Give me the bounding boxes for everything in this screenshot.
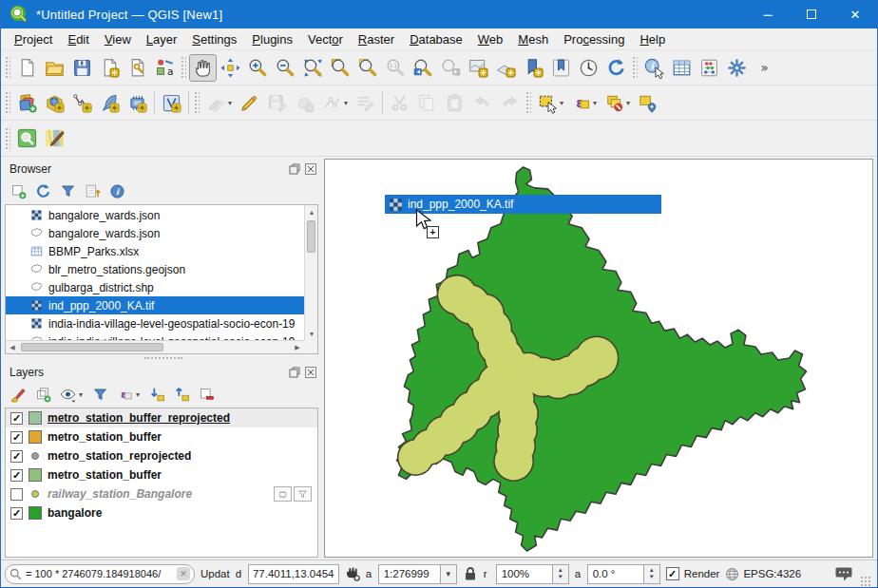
magnifier-input[interactable]: 100% [496,564,553,584]
filter-badge-icon[interactable] [294,486,312,502]
new-shapefile-layer-icon[interactable] [68,89,96,117]
toolbar-drag-handle[interactable] [632,56,638,79]
browser-item[interactable]: india-india-village-level-geospatial-soc… [6,314,304,332]
add-group-icon[interactable] [31,384,54,407]
browser-item[interactable]: blr_metro_stations.geojson [6,260,304,278]
rotation-spinner[interactable]: ▲▼ [644,564,660,584]
add-selected-layer-icon[interactable] [7,180,29,203]
layer-row[interactable]: ✓metro_station_reprojected [6,446,317,465]
locator-bar[interactable]: = 100 * 2746079.184918046/ ✕ [5,564,195,584]
layer-row[interactable]: ✓bangalore [6,503,317,522]
toolbar-drag-handle[interactable] [5,91,10,114]
menu-project[interactable]: Project [7,30,60,48]
layer-checkbox[interactable]: ✓ [10,469,23,482]
layer-row[interactable]: ✓metro_station_buffer [6,427,317,446]
menu-raster[interactable]: Raster [351,30,402,48]
minimize-button[interactable]: ─ [746,0,790,28]
refresh-map-icon[interactable] [602,54,630,82]
menu-web[interactable]: Web [470,30,511,48]
browser-vscrollbar[interactable]: ▲ ▼ [304,205,317,340]
layer-row[interactable]: railway_station_Bangalore [6,484,317,503]
manage-visibility-dropdown-icon[interactable]: ▾ [79,390,86,399]
extents-toggle-icon[interactable] [345,566,360,581]
scale-input[interactable]: 1:276999 [378,564,441,584]
statistical-summary-icon[interactable] [696,54,723,82]
lock-scale-icon[interactable] [463,566,478,581]
messages-icon[interactable] [835,566,852,581]
layer-checkbox[interactable]: ✓ [10,450,23,463]
browser-item[interactable]: ind_ppp_2000_KA.tif [6,296,304,314]
clear-locator-icon[interactable]: ✕ [177,567,190,580]
vscroll-thumb[interactable] [307,220,315,253]
scroll-down-icon[interactable]: ▼ [305,327,318,340]
toggle-editing-icon[interactable] [236,89,263,117]
data-source-manager-icon[interactable] [13,89,41,117]
select-by-expression-icon[interactable]: ε [567,89,595,117]
refresh-browser-icon[interactable] [31,180,54,203]
new-virtual-layer-icon[interactable] [158,89,185,117]
browser-item[interactable]: india-india-village-level-geospatial-soc… [6,332,304,340]
crs-button[interactable]: EPSG:4326 [725,567,801,581]
new-print-layout-icon[interactable] [96,54,124,82]
menu-plugins[interactable]: Plugins [244,30,300,48]
pan-map-icon[interactable] [189,54,217,82]
browser-item[interactable]: bangalore_wards.json [6,206,304,224]
new-project-icon[interactable] [13,54,41,82]
zoom-to-layer-icon[interactable] [354,54,382,82]
toolbar-drag-handle[interactable] [5,56,10,79]
rotation-input[interactable]: 0.0 ° [587,564,644,584]
collapse-all-layers-icon[interactable] [170,384,193,407]
browser-properties-icon[interactable]: i [105,180,128,203]
memory-badge-icon[interactable] [274,486,292,502]
menu-view[interactable]: View [97,30,139,48]
select-by-value-icon[interactable] [634,89,661,117]
browser-item[interactable]: BBMP_Parks.xlsx [6,242,304,260]
hscroll-thumb[interactable] [21,343,163,351]
map-canvas[interactable]: ind_ppp_2000_KA.tif + [324,159,873,558]
new-3d-map-view-icon[interactable] [492,54,520,82]
magnifier-spinner[interactable]: ▲▼ [553,564,569,584]
open-project-icon[interactable] [41,54,68,82]
zoom-last-icon[interactable] [410,54,437,82]
menu-processing[interactable]: Processing [556,30,632,48]
layer-row[interactable]: ✓metro_station_buffer_reprojected [6,408,317,427]
filter-browser-icon[interactable] [56,180,79,203]
menu-edit[interactable]: Edit [60,30,96,48]
render-checkbox[interactable]: ✓ Render [666,567,720,580]
collapse-all-icon[interactable] [81,180,104,203]
zoom-in-icon[interactable] [244,54,272,82]
menu-help[interactable]: Help [632,30,673,48]
scale-dropdown-icon[interactable]: ▼ [441,564,457,584]
toolbar-drag-handle[interactable] [181,56,186,79]
identify-features-icon[interactable]: i [640,54,668,82]
quickmap-plugin-icon[interactable] [41,124,68,152]
browser-item[interactable]: gulbarga_district.shp [6,278,304,296]
new-spatial-bookmark-icon[interactable] [520,54,547,82]
browser-close-button[interactable] [304,162,317,176]
browser-item[interactable]: bangalore_wards.json [6,224,304,242]
open-attribute-table-icon[interactable] [668,54,696,82]
expand-all-icon[interactable] [145,384,168,407]
layout-manager-icon[interactable] [124,54,151,82]
menu-mesh[interactable]: Mesh [510,30,556,48]
temporal-controller-icon[interactable] [575,54,602,82]
zoom-out-icon[interactable] [272,54,299,82]
overflow-icon[interactable]: » [751,54,778,82]
menu-database[interactable]: Database [402,30,470,48]
layer-checkbox[interactable]: ✓ [10,431,23,444]
layer-checkbox[interactable]: ✓ [10,507,23,520]
browser-float-button[interactable] [288,162,301,176]
menu-vector[interactable]: Vector [300,30,351,48]
zoom-to-selection-icon[interactable] [327,54,354,82]
style-manager-icon[interactable]: a [151,54,179,82]
scroll-right-icon[interactable]: ▶ [291,341,304,354]
menu-layer[interactable]: Layer [139,30,185,48]
filter-expression-icon[interactable]: ε [113,384,136,407]
processing-toolbox-icon[interactable] [723,54,751,82]
pan-to-selection-icon[interactable] [217,54,244,82]
scroll-up-icon[interactable]: ▲ [305,205,318,218]
deselect-features-icon[interactable] [601,89,628,117]
remove-layer-icon[interactable] [195,384,218,407]
layer-styling-icon[interactable] [7,384,29,407]
close-button[interactable]: ✕ [833,0,877,28]
